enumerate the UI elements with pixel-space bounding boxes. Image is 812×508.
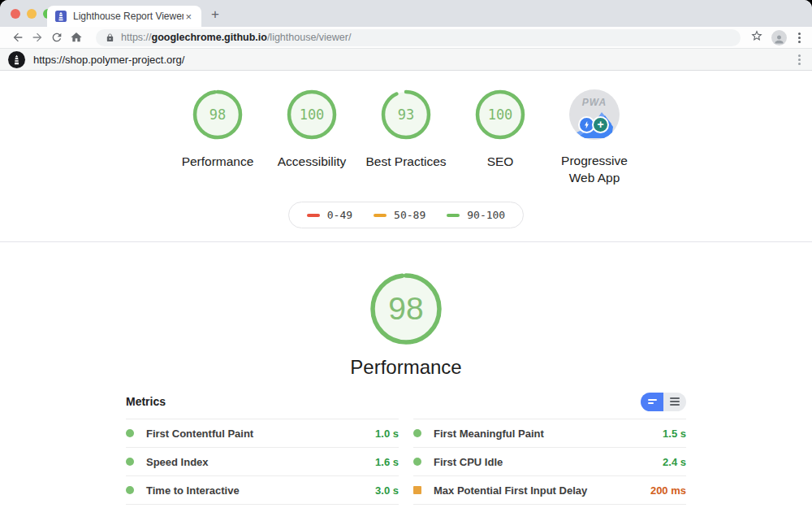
profile-avatar-button[interactable]	[771, 30, 787, 46]
performance-section-score: 98	[369, 271, 443, 346]
fail-range-dash-icon	[307, 214, 320, 217]
metric-value: 1.0 s	[375, 428, 399, 440]
browser-toolbar: https://googlechrome.github.io/lighthous…	[0, 27, 812, 49]
score-legend: 0-49 50-89 90-100	[288, 202, 524, 228]
legend-item-average: 50-89	[374, 209, 425, 221]
accessibility-gauge: 100	[286, 89, 338, 141]
lock-icon	[106, 33, 114, 42]
metric-label: First CPU Idle	[434, 456, 663, 468]
performance-section: 98 Performance	[0, 242, 812, 379]
url-scheme: https://	[121, 32, 152, 43]
score-item-performance[interactable]: 98 Performance	[171, 89, 265, 186]
browser-menu-button[interactable]	[795, 33, 804, 43]
score-item-pwa[interactable]: PWA + Progressive Web App	[547, 89, 641, 186]
bookmark-star-button[interactable]	[750, 29, 763, 46]
metric-label: Time to Interactive	[146, 484, 375, 497]
best-practices-label: Best Practices	[359, 153, 453, 170]
metric-label: Speed Index	[146, 456, 375, 468]
title-bar: Lighthouse Report Viewer × +	[0, 0, 812, 27]
forward-button[interactable]	[28, 28, 47, 47]
metric-value: 3.0 s	[375, 484, 399, 497]
performance-gauge: 98	[192, 89, 244, 141]
metrics-heading: Metrics	[126, 395, 166, 408]
seo-label: SEO	[453, 153, 547, 170]
score-legend-row: 0-49 50-89 90-100	[0, 202, 812, 228]
back-arrow-icon	[11, 31, 24, 44]
metrics-section: Metrics First Contentful Paint 1.0 s Spe…	[126, 392, 686, 508]
metric-row-speed-index: Speed Index 1.6 s	[126, 448, 399, 476]
metric-row-time-to-interactive: Time to Interactive 3.0 s	[126, 476, 399, 505]
best-practices-gauge: 93	[380, 89, 432, 141]
performance-section-gauge: 98	[369, 271, 443, 346]
accessibility-label: Accessibility	[265, 153, 359, 170]
metric-row-first-meaningful-paint: First Meaningful Paint 1.5 s	[413, 419, 686, 448]
pwa-badge-icon: PWA +	[569, 89, 620, 140]
tab-close-icon[interactable]: ×	[184, 10, 193, 24]
pass-range-dash-icon	[447, 214, 460, 217]
home-icon	[70, 31, 83, 44]
lighthouse-logo-icon	[8, 51, 25, 68]
average-square-icon	[413, 486, 421, 494]
average-range-label: 50-89	[394, 209, 425, 221]
seo-score: 100	[474, 89, 526, 141]
score-item-accessibility[interactable]: 100 Accessibility	[265, 89, 359, 186]
pass-dot-icon	[126, 429, 134, 437]
metric-value: 200 ms	[650, 484, 686, 497]
lighthouse-viewer-header: https://shop.polymer-project.org/	[0, 49, 812, 71]
browser-window: Lighthouse Report Viewer × + https://goo…	[0, 0, 812, 508]
legend-item-fail: 0-49	[307, 209, 352, 221]
average-range-dash-icon	[374, 214, 387, 217]
forward-arrow-icon	[31, 31, 44, 44]
minimize-window-button[interactable]	[27, 9, 37, 19]
metric-label: First Contentful Paint	[146, 428, 375, 440]
reload-icon	[50, 31, 63, 44]
metric-value: 1.5 s	[663, 428, 686, 440]
score-item-seo[interactable]: 100 SEO	[453, 89, 547, 186]
home-button[interactable]	[67, 28, 86, 47]
metrics-grid: First Contentful Paint 1.0 s Speed Index…	[126, 419, 686, 505]
metric-label: First Meaningful Paint	[434, 428, 663, 440]
address-bar[interactable]: https://googlechrome.github.io/lighthous…	[96, 29, 741, 46]
metrics-view-toggle	[641, 393, 686, 411]
reload-button[interactable]	[47, 28, 67, 47]
back-button[interactable]	[8, 28, 28, 47]
pwa-label: Progressive Web App	[547, 152, 641, 186]
new-tab-button[interactable]: +	[211, 7, 219, 23]
metric-label: Max Potential First Input Delay	[434, 484, 650, 497]
lighthouse-favicon-icon	[55, 11, 67, 22]
close-window-button[interactable]	[11, 9, 20, 19]
metrics-column-left: First Contentful Paint 1.0 s Speed Index…	[126, 419, 399, 505]
report-options-menu-button[interactable]	[795, 54, 804, 65]
performance-label: Performance	[171, 153, 265, 170]
condensed-view-toggle-button[interactable]	[641, 393, 663, 411]
performance-score: 98	[192, 89, 244, 141]
url-path: /lighthouse/viewer/	[267, 32, 352, 43]
best-practices-score: 93	[380, 89, 432, 141]
report-url: https://shop.polymer-project.org/	[33, 54, 795, 66]
seo-gauge: 100	[474, 89, 526, 141]
pwa-badge-text: PWA	[569, 97, 620, 108]
category-scores-row: 98 Performance 100 Accessibility	[0, 72, 812, 186]
metrics-column-right: First Meaningful Paint 1.5 s First CPU I…	[413, 419, 686, 505]
pass-range-label: 90-100	[467, 209, 505, 221]
report-content: 98 Performance 100 Accessibility	[0, 72, 812, 508]
pass-dot-icon	[413, 429, 421, 437]
fail-range-label: 0-49	[327, 209, 352, 221]
score-item-best-practices[interactable]: 93 Best Practices	[359, 89, 453, 186]
browser-tab[interactable]: Lighthouse Report Viewer ×	[47, 6, 201, 27]
metrics-header: Metrics	[126, 392, 686, 411]
lightning-bolt-icon	[582, 120, 591, 129]
legend-item-pass: 90-100	[447, 209, 505, 221]
url-host: googlechrome.github.io	[152, 32, 267, 43]
metric-value: 2.4 s	[663, 456, 686, 468]
installable-badge-icon: +	[592, 116, 609, 133]
metric-row-first-cpu-idle: First CPU Idle 2.4 s	[413, 448, 686, 476]
person-icon	[773, 33, 785, 46]
metric-value: 1.6 s	[375, 456, 399, 468]
toolbar-right	[750, 29, 804, 46]
accessibility-score: 100	[286, 89, 338, 141]
pass-dot-icon	[126, 486, 134, 494]
pass-dot-icon	[413, 458, 421, 466]
star-icon	[750, 29, 763, 42]
expanded-view-toggle-button[interactable]	[663, 393, 686, 411]
